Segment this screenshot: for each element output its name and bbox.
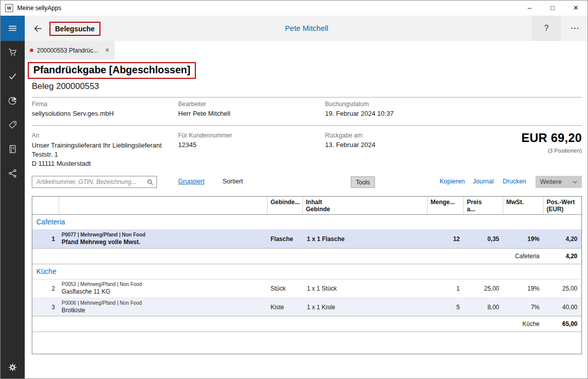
window-title: Meine sellyApps — [17, 5, 61, 12]
hamburger-menu-button[interactable] — [1, 16, 25, 41]
header-line: Inhalt — [306, 199, 424, 206]
col-header-inhalt[interactable]: Inhalt Gebinde — [303, 197, 427, 214]
doc-number: Beleg 200000553 — [32, 81, 99, 91]
maximize-button[interactable]: □ — [541, 1, 564, 16]
cell-mwst: 19% — [503, 285, 544, 292]
cell-menge: 12 — [427, 235, 464, 243]
toolbar: Gruppiert Sortiert Tools Kopieren Journa… — [32, 176, 582, 189]
gear-icon — [8, 362, 18, 372]
tab-close-icon[interactable]: ✕ — [105, 47, 110, 54]
chevron-down-icon — [572, 180, 577, 184]
address-line: Unser Trainingslieferant Ihr Lieblingsli… — [32, 141, 178, 150]
more-options-button[interactable] — [561, 16, 588, 41]
weitere-button[interactable]: Weitere — [536, 176, 582, 188]
article-name: Pfand Mehrweg volle Mwst. — [62, 239, 268, 246]
position-count: (3 Positionen) — [521, 148, 582, 154]
address-line: D 11111 Musterstadt — [32, 159, 178, 168]
sidebar-item-cart[interactable] — [1, 41, 25, 63]
search-input[interactable] — [32, 176, 157, 188]
sidebar-item-articles[interactable] — [1, 114, 25, 136]
gruppiert-link[interactable]: Gruppiert — [178, 178, 204, 185]
col-header-gebinde[interactable]: Gebinde... — [268, 197, 303, 214]
search-icon[interactable] — [146, 178, 154, 186]
window-controls: – □ ✕ — [518, 1, 587, 16]
cell-gebinde: Stück — [268, 285, 303, 292]
sidebar-item-settings[interactable] — [1, 356, 25, 378]
field-kundennummer: Für Kundennummer 12345 — [178, 132, 325, 168]
header-line: Pos.-Wert — [547, 199, 578, 206]
sidebar-item-journal[interactable] — [1, 138, 25, 160]
divider — [32, 125, 582, 126]
tab-document-200000553[interactable]: 200000553 Pfandrüc... ✕ — [25, 41, 115, 60]
field-buchungsdatum: Buchungsdatum 19. Februar 2024 10:37 — [325, 101, 582, 117]
help-button[interactable]: ? — [532, 16, 561, 41]
subtotal-value: 4,20 — [544, 253, 581, 260]
field-firma: Firma sellysolutions Serv.ges.mbH — [32, 101, 178, 117]
doc-title-annotation-box: Pfandrückgabe [Abgeschlossen] — [28, 62, 196, 79]
weitere-label: Weitere — [540, 178, 562, 185]
search-box — [32, 176, 157, 188]
cell-menge: 1 — [427, 285, 464, 292]
group-header-cafeteria[interactable]: Cafeteria — [32, 215, 581, 230]
table-row[interactable]: 1 P0077 | Mehrweg/Pfand | Non Food Pfand… — [32, 230, 581, 248]
header-line: a... — [467, 206, 500, 213]
table-row[interactable]: 2 P0053 | Mehrweg/Pfand | Non Food Gasfl… — [32, 279, 581, 298]
minimize-button[interactable]: – — [518, 1, 541, 16]
cell-gebinde: Flasche — [268, 235, 303, 243]
unsaved-dot-icon — [30, 49, 33, 52]
cell-preis: 8,00 — [464, 304, 503, 311]
field-value: 19. Februar 2024 10:37 — [325, 110, 582, 117]
field-bearbeiter: Bearbeiter Herr Pete Mitchell — [178, 101, 325, 117]
subtotal-label: Küche — [32, 320, 544, 327]
col-header-poswert[interactable]: Pos.-Wert (EUR) — [544, 197, 581, 214]
cell-article: P0053 | Mehrweg/Pfand | Non Food Gasflas… — [59, 281, 268, 296]
subtotal-row-cafeteria: Cafeteria 4,20 — [32, 248, 581, 264]
col-header-preis[interactable]: Preis a... — [464, 197, 503, 214]
tools-button[interactable]: Tools — [351, 176, 375, 188]
sidebar-item-statistics[interactable] — [1, 89, 25, 112]
article-name: Brotkiste — [62, 307, 268, 314]
journal-link[interactable]: Journal — [473, 178, 494, 185]
field-label: Firma — [32, 101, 178, 108]
share-network-icon — [8, 168, 18, 178]
article-meta: P0077 | Mehrweg/Pfand | Non Food — [62, 232, 268, 238]
cell-article: P0006 | Mehrweg/Pfand | Non Food Brotkis… — [59, 300, 268, 314]
checkmark-icon — [8, 71, 18, 81]
col-header-mwst[interactable]: MwSt. — [503, 197, 544, 214]
kopieren-link[interactable]: Kopieren — [440, 178, 465, 185]
field-value: Herr Pete Mitchell — [178, 110, 325, 117]
sortiert-link[interactable]: Sortiert — [223, 178, 243, 185]
sidebar-item-tasks[interactable] — [1, 65, 25, 87]
cell-position-number: 3 — [32, 304, 59, 311]
cell-wert: 25,00 — [544, 285, 581, 292]
document-content: Pfandrückgabe [Abgeschlossen] Beleg 2000… — [25, 60, 588, 379]
price-tag-icon — [8, 120, 18, 130]
hamburger-icon — [8, 23, 18, 33]
field-label: Buchungsdatum — [325, 101, 582, 108]
cell-inhalt: 1 x 1 Kiste — [303, 304, 427, 311]
sidebar-item-share[interactable] — [1, 162, 25, 184]
user-name[interactable]: Pete Mitchell — [25, 24, 588, 32]
close-button[interactable]: ✕ — [564, 1, 587, 16]
cell-inhalt: 1 x 1 Flasche — [303, 235, 427, 243]
address-line: Teststr. 1 — [32, 150, 178, 159]
cell-inhalt: 1 x 1 Stück — [303, 285, 427, 292]
fields-row-2: An Unser Trainingslieferant Ihr Liebling… — [32, 132, 425, 168]
page-title: Pfandrückgabe [Abgeschlossen] — [33, 64, 190, 75]
fields-row-1: Firma sellysolutions Serv.ges.mbH Bearbe… — [32, 101, 582, 117]
cell-menge: 5 — [427, 304, 464, 311]
col-header-menge[interactable]: Menge... — [427, 197, 464, 214]
cell-position-number: 2 — [32, 285, 59, 292]
drucken-link[interactable]: Drucken — [503, 178, 526, 185]
field-rueckgabe: Rückgabe am 13. Februar 2024 — [325, 132, 425, 168]
table-row[interactable]: 3 P0006 | Mehrweg/Pfand | Non Food Brotk… — [32, 298, 581, 316]
cell-wert: 40,00 — [544, 304, 581, 311]
article-meta: P0053 | Mehrweg/Pfand | Non Food — [62, 281, 268, 288]
field-label: Bearbeiter — [178, 101, 325, 108]
cell-mwst: 7% — [503, 304, 544, 311]
group-header-kueche[interactable]: Küche — [32, 264, 581, 279]
cell-mwst: 19% — [503, 235, 544, 243]
field-label: An — [32, 132, 178, 139]
article-name: Gasflasche 11 KG — [62, 288, 268, 296]
field-an: An Unser Trainingslieferant Ihr Liebling… — [32, 132, 178, 168]
